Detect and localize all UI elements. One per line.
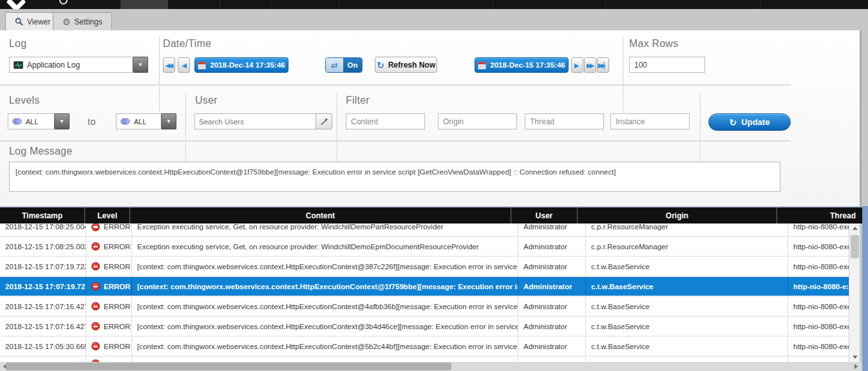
prev-page-icon[interactable]: ◀	[178, 57, 190, 73]
column-header-origin[interactable]: Origin	[578, 207, 777, 224]
table-row[interactable]: 2018-12-15 17:07:16.427 ERROR [context: …	[0, 297, 849, 317]
cell-origin: c.p.r.ResourceManager	[586, 237, 788, 256]
horizontal-scrollbar-thumb[interactable]	[6, 363, 451, 370]
filter-origin-input[interactable]	[438, 113, 517, 129]
table-row[interactable]: 2018-12-15 17:07:19.723 ERROR [context: …	[0, 277, 849, 297]
level-to-select[interactable]: ALL ▼	[116, 113, 176, 129]
horizontal-scrollbar[interactable]	[0, 362, 862, 371]
table-row[interactable]: 2018-12-15 17:08:25.004 ERROR Exception …	[0, 224, 849, 237]
cell-content: [context: com.thingworx.webservices.cont…	[132, 297, 518, 316]
error-icon	[91, 302, 100, 310]
cell-content: Exception executing service, Get, on res…	[132, 224, 518, 236]
cell-timestamp: 2018-12-15 17:07:16.427	[0, 297, 86, 316]
filter-content-input[interactable]	[346, 113, 425, 129]
filter-instance-input[interactable]	[610, 113, 690, 129]
auto-refresh-toggle[interactable]: ⇄ On	[325, 57, 363, 73]
cell-content	[132, 357, 518, 362]
end-date-value: 2018-Dec-15 17:35:46	[490, 61, 565, 69]
vertical-scrollbar[interactable]	[849, 224, 860, 362]
start-date-button[interactable]: 2018-Dec-14 17:35:46	[194, 57, 288, 73]
scroll-right-icon[interactable]	[851, 362, 860, 371]
log-message-section-title: Log Message	[9, 146, 72, 157]
magnifier-icon	[15, 17, 23, 26]
error-icon	[91, 262, 100, 271]
tab-settings[interactable]: ⚙ Settings	[53, 12, 112, 30]
calendar-icon	[478, 61, 486, 70]
refresh-now-button[interactable]: ↻ Refresh Now	[375, 57, 437, 73]
table-row[interactable]: 2018-12-15 17:05:30.665 ERROR [context: …	[0, 337, 849, 357]
column-header-thread[interactable]: Thread	[777, 207, 862, 224]
scroll-up-icon[interactable]	[850, 224, 860, 233]
cell-user: Administrator	[518, 224, 586, 236]
tab-viewer[interactable]: Viewer	[5, 12, 60, 30]
application-log-icon	[14, 61, 23, 69]
first-page-icon[interactable]: ◀◀	[163, 57, 175, 73]
fast-forward-icon[interactable]: ▶▶	[584, 57, 596, 73]
error-icon	[91, 282, 100, 290]
cell-content: [context: com.thingworx.webservices.cont…	[132, 337, 518, 356]
vertical-scrollbar-thumb[interactable]	[851, 235, 859, 258]
next-page-icon[interactable]: ▶	[571, 57, 583, 73]
refresh-now-label: Refresh Now	[388, 61, 435, 70]
chevron-down-icon[interactable]: ▼	[54, 113, 70, 129]
last-page-icon[interactable]: ▶▶▏	[597, 57, 609, 73]
scroll-down-icon[interactable]	[850, 352, 860, 362]
cell-origin: c.t.w.BaseService	[586, 317, 788, 336]
user-search-field[interactable]	[194, 113, 328, 129]
table-header: Timestamp Level Content User Origin Thre…	[0, 207, 862, 224]
cell-thread: http-nio-8080-exec	[788, 297, 849, 316]
error-icon	[91, 342, 100, 350]
window-edge	[862, 206, 868, 371]
filter-thread-input[interactable]	[525, 113, 604, 129]
cell-thread: http-nio-8080-exec	[788, 337, 849, 356]
cell-timestamp: 2018-12-15 17:07:19.723	[0, 257, 86, 276]
log-message-box[interactable]: [context: com.thingworx.webservices.cont…	[9, 162, 780, 192]
cell-origin: c.t.w.BaseService	[586, 337, 788, 356]
table-row[interactable]: 2018-12-15 17:07:16.427 ERROR [context: …	[0, 317, 849, 337]
start-date-value: 2018-Dec-14 17:35:46	[210, 61, 285, 69]
max-rows-input[interactable]	[629, 57, 705, 73]
cell-level: ERROR	[86, 277, 132, 296]
cell-level	[86, 357, 132, 362]
magic-wand-icon[interactable]	[316, 113, 332, 129]
cell-user: Administrator	[518, 337, 586, 356]
levels-section-title: Levels	[9, 95, 39, 106]
chevron-down-icon[interactable]: ▼	[133, 57, 148, 73]
cell-user: Administrator	[518, 277, 586, 296]
tab-settings-label: Settings	[75, 17, 102, 26]
update-button-label: Update	[741, 117, 769, 127]
column-header-user[interactable]: User	[511, 207, 578, 224]
cell-level: ERROR	[86, 224, 132, 236]
cell-timestamp	[0, 357, 86, 362]
calendar-icon	[198, 61, 206, 70]
level-from-select[interactable]: ALL ▼	[8, 113, 70, 129]
topbar-active-menu-item[interactable]	[120, 0, 168, 9]
column-header-content[interactable]: Content	[130, 207, 511, 224]
cell-timestamp: 2018-12-15 17:07:19.723	[0, 277, 86, 296]
cell-user	[518, 357, 586, 362]
search-users-input[interactable]	[199, 118, 296, 126]
app-top-bar	[0, 0, 868, 9]
cell-level: ERROR	[86, 317, 132, 336]
chevron-down-icon[interactable]: ▼	[161, 113, 176, 129]
column-header-timestamp[interactable]: Timestamp	[0, 207, 85, 224]
update-button[interactable]: ↻ Update	[708, 113, 791, 131]
cell-user: Administrator	[518, 297, 586, 316]
cell-content: [context: com.thingworx.webservices.cont…	[132, 277, 518, 296]
table-row[interactable]: 2018-12-15 17:07:19.723 ERROR [context: …	[0, 257, 849, 277]
table-row[interactable]	[0, 357, 849, 362]
gear-icon: ⚙	[62, 17, 71, 26]
cell-thread: http-nio-8080-exec	[788, 317, 849, 336]
error-icon	[91, 322, 100, 330]
levels-to-label: to	[88, 116, 96, 127]
cell-thread: http-nio-8080-exec	[788, 257, 849, 276]
cell-thread: http-nio-8080-exec	[788, 277, 849, 296]
filter-section-title: Filter	[346, 95, 370, 106]
cell-timestamp: 2018-12-15 17:07:16.427	[0, 317, 86, 336]
auto-refresh-state: On	[343, 58, 362, 72]
cell-level: ERROR	[86, 237, 132, 256]
end-date-button[interactable]: 2018-Dec-15 17:35:46	[475, 57, 569, 73]
column-header-level[interactable]: Level	[85, 207, 130, 224]
log-select[interactable]: Application Log ▼	[9, 57, 148, 73]
table-row[interactable]: 2018-12-15 17:08:25.003 ERROR Exception …	[0, 237, 849, 257]
